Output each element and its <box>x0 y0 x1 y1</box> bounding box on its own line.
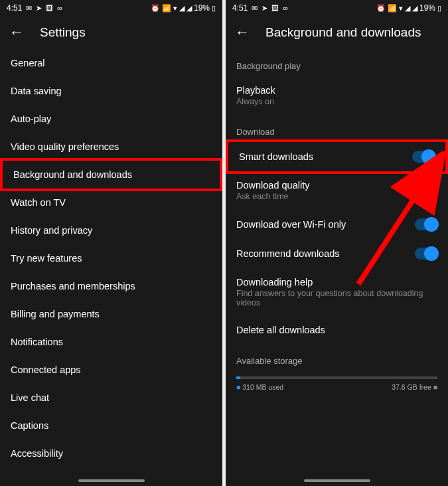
phone-right-background-downloads: 4:51 ✉ ➤ 🖼 ∞ ⏰ 📶 ▾ ◢ ◢ 19% ▯ ← Backgroun… <box>226 0 448 486</box>
battery-icon: ▯ <box>437 4 441 13</box>
toggle-recommend-downloads[interactable] <box>415 248 437 260</box>
list-item-downloading-help[interactable]: Downloading help Find answers to your qu… <box>226 268 448 316</box>
wifi-icon: ▾ <box>173 4 177 13</box>
notif-icon: 🖼 <box>46 4 53 12</box>
storage-labels: 310 MB used 37.6 GB free <box>226 382 448 392</box>
list-item-captions[interactable]: Captions <box>0 412 222 440</box>
list-item-background-downloads[interactable]: Background and downloads <box>0 158 222 191</box>
notif-icon: ✉ <box>26 4 32 13</box>
battery-percent: 19% <box>419 3 435 13</box>
list-item-live-chat[interactable]: Live chat <box>0 384 222 412</box>
cell-icon: ◢ <box>187 4 192 13</box>
nav-gesture-hint <box>304 479 370 482</box>
header: ← Background and downloads <box>226 16 448 49</box>
list-item-purchases[interactable]: Purchases and memberships <box>0 272 222 300</box>
phone-left-settings: 4:51 ✉ ➤ 🖼 ∞ ⏰ 📶 ▾ ◢ ◢ 19% ▯ ← Settings … <box>0 0 222 486</box>
list-item-smart-downloads[interactable]: Smart downloads <box>226 139 448 174</box>
alarm-icon: ⏰ <box>376 4 386 13</box>
status-bar: 4:51 ✉ ➤ 🖼 ∞ ⏰ 📶 ▾ ◢ ◢ 19% ▯ <box>226 0 448 16</box>
toggle-download-wifi[interactable] <box>415 218 437 230</box>
list-item-recommend-downloads[interactable]: Recommend downloads <box>226 239 448 268</box>
header: ← Settings <box>0 16 222 49</box>
section-header-storage: Available storage <box>226 344 448 371</box>
section-header-download: Download <box>226 115 448 142</box>
section-header-background-play: Background play <box>226 49 448 76</box>
storage-bar-used <box>236 376 240 379</box>
list-item-billing[interactable]: Billing and payments <box>0 300 222 328</box>
list-item-accessibility[interactable]: Accessibility <box>0 440 222 467</box>
signal-icon: 📶 <box>162 4 171 13</box>
notif-icon: ✉ <box>252 4 258 13</box>
list-item-download-wifi[interactable]: Download over Wi-Fi only <box>226 210 448 239</box>
storage-used-label: 310 MB used <box>236 383 283 391</box>
list-item-notifications[interactable]: Notifications <box>0 328 222 356</box>
notif-icon: ➤ <box>261 4 267 13</box>
notif-icon: 🖼 <box>271 4 279 12</box>
battery-icon: ▯ <box>212 4 216 13</box>
signal-icon: 📶 <box>388 4 397 13</box>
list-item-history-privacy[interactable]: History and privacy <box>0 216 222 244</box>
back-icon[interactable]: ← <box>235 24 250 41</box>
status-time: 4:51 <box>232 3 248 13</box>
cell-icon: ◢ <box>405 4 410 13</box>
notif-icon: ➤ <box>36 4 42 13</box>
back-icon[interactable]: ← <box>9 24 24 41</box>
storage-free-label: 37.6 GB free <box>392 383 437 391</box>
settings-list: General Data saving Auto-play Video qual… <box>0 49 222 467</box>
page-title: Settings <box>40 25 86 40</box>
list-item-data-saving[interactable]: Data saving <box>0 77 222 105</box>
battery-percent: 19% <box>194 3 210 13</box>
page-title: Background and downloads <box>265 25 421 40</box>
list-item-connected-apps[interactable]: Connected apps <box>0 356 222 384</box>
status-bar: 4:51 ✉ ➤ 🖼 ∞ ⏰ 📶 ▾ ◢ ◢ 19% ▯ <box>0 0 222 16</box>
notif-icon: ∞ <box>57 4 62 12</box>
list-item-watch-tv[interactable]: Watch on TV <box>0 189 222 216</box>
storage-bar <box>236 376 437 379</box>
list-item-try-features[interactable]: Try new features <box>0 244 222 272</box>
wifi-icon: ▾ <box>399 4 403 13</box>
alarm-icon: ⏰ <box>151 4 160 13</box>
status-time: 4:51 <box>7 3 22 13</box>
toggle-smart-downloads[interactable] <box>412 151 435 163</box>
nav-gesture-hint <box>78 479 145 482</box>
cell-icon: ◢ <box>412 4 417 13</box>
list-item-playback[interactable]: Playback Always on <box>226 76 448 115</box>
list-item-delete-downloads[interactable]: Delete all downloads <box>226 316 448 344</box>
list-item-auto-play[interactable]: Auto-play <box>0 105 222 133</box>
notif-icon: ∞ <box>283 4 288 12</box>
list-item-general[interactable]: General <box>0 49 222 77</box>
list-item-video-quality[interactable]: Video quality preferences <box>0 133 222 161</box>
list-item-download-quality[interactable]: Download quality Ask each time <box>226 171 448 210</box>
cell-icon: ◢ <box>179 4 185 13</box>
